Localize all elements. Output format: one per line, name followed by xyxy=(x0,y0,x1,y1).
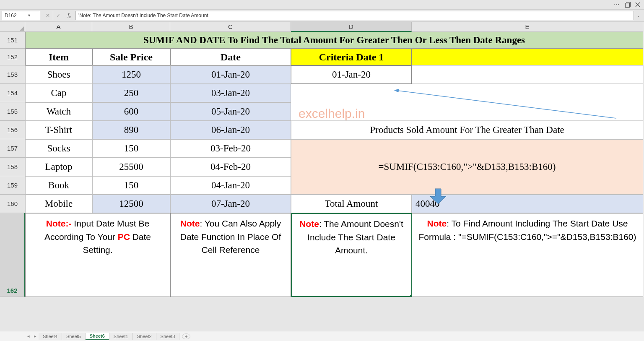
column-header-E[interactable]: E xyxy=(412,22,643,32)
name-box[interactable]: D162 ▼ xyxy=(2,11,40,20)
column-header-C[interactable]: C xyxy=(170,22,291,32)
empty-cell[interactable] xyxy=(291,102,643,121)
cell-item[interactable]: Shoes xyxy=(25,65,92,84)
cell-date[interactable]: 06-Jan-20 xyxy=(170,121,291,139)
sheet-tab[interactable]: Sheet4 xyxy=(39,333,62,340)
row-header[interactable]: 158 xyxy=(0,158,25,176)
formula-bar: D162 ▼ ✕ ✓ fx 'Note: The Amount Doesn't … xyxy=(0,9,644,22)
column-header-D[interactable]: D xyxy=(291,22,412,32)
restore-icon[interactable] xyxy=(625,2,631,8)
row-header[interactable]: 162 xyxy=(0,213,25,297)
note-prefix: Note xyxy=(299,219,319,229)
sheet-nav-next-icon[interactable]: ▸ xyxy=(32,333,39,339)
cell-item[interactable]: Book xyxy=(25,176,92,195)
expand-formula-icon[interactable]: ⌄ xyxy=(636,13,641,18)
empty-area xyxy=(25,297,643,314)
cell-date[interactable]: 05-Jan-20 xyxy=(170,102,291,121)
header-criteria-date[interactable]: Criteria Date 1 xyxy=(291,49,412,65)
formula-cell[interactable]: =SUMIF(C153:C160,">"&D153,B153:B160) xyxy=(291,158,643,176)
cell-date[interactable]: 04-Jan-20 xyxy=(170,176,291,195)
cell-item[interactable]: Socks xyxy=(25,139,92,158)
note-body: : To Find Amount Including The Start Dat… xyxy=(418,219,636,242)
grid-body: 151 SUMIF AND DATE To Find The Total Amo… xyxy=(0,32,644,314)
row-header[interactable]: 154 xyxy=(0,84,25,102)
accept-formula-icon[interactable]: ✓ xyxy=(53,11,63,20)
close-icon[interactable] xyxy=(635,2,641,8)
cell-price[interactable]: 25500 xyxy=(92,158,170,176)
row-header[interactable]: 152 xyxy=(0,49,25,65)
header-sale-price[interactable]: Sale Price xyxy=(92,49,170,65)
empty-cell[interactable] xyxy=(412,65,643,84)
title-cell[interactable]: SUMIF AND DATE To Find The Total Amount … xyxy=(25,32,643,49)
row-header[interactable]: 155 xyxy=(0,102,25,121)
sheet-tab-active[interactable]: Sheet6 xyxy=(86,333,109,340)
header-item[interactable]: Item xyxy=(25,49,92,65)
total-amount-value[interactable]: 40040 xyxy=(412,195,643,213)
sheet-tab[interactable]: Sheet3 xyxy=(156,333,180,340)
cell-price[interactable]: 150 xyxy=(92,139,170,158)
watermark-area[interactable] xyxy=(291,84,643,102)
products-sold-label[interactable]: Products Sold Amount For The Greater Tha… xyxy=(291,121,643,139)
row-header[interactable]: 151 xyxy=(0,32,25,49)
formula-controls: ✕ ✓ xyxy=(43,11,63,20)
row-header[interactable]: 160 xyxy=(0,195,25,213)
note-prefix: Note xyxy=(427,219,447,228)
sheet-tab-strip: ◂ ▸ Sheet4 Sheet5 Sheet6 Sheet1 Sheet2 S… xyxy=(0,331,644,341)
note-d-selected-cell[interactable]: Note: The Amount Doesn't Include The Sta… xyxy=(291,213,412,297)
note-pc: PC xyxy=(118,232,130,242)
column-header-row: A B C D E xyxy=(0,22,644,32)
formula-input[interactable]: 'Note: The Amount Doesn't Include The St… xyxy=(75,11,634,20)
row-header[interactable]: 159 xyxy=(0,176,25,195)
select-all-button[interactable] xyxy=(0,22,25,32)
add-sheet-icon[interactable]: + xyxy=(182,333,190,339)
row-header[interactable]: 157 xyxy=(0,139,25,158)
sheet-tab[interactable]: Sheet1 xyxy=(109,333,133,340)
note-c[interactable]: Note: You Can Also Apply Date Function I… xyxy=(170,213,291,297)
svg-rect-1 xyxy=(625,3,629,7)
column-header-B[interactable]: B xyxy=(92,22,170,32)
formula-input-text: 'Note: The Amount Doesn't Include The St… xyxy=(78,13,210,18)
cell-price[interactable]: 150 xyxy=(92,176,170,195)
cell-date[interactable]: 03-Jan-20 xyxy=(170,84,291,102)
cell-item[interactable]: T-Shirt xyxy=(25,121,92,139)
cell-date[interactable]: 03-Feb-20 xyxy=(170,139,291,158)
header-empty[interactable] xyxy=(412,49,643,65)
cell-item[interactable]: Mobile xyxy=(25,195,92,213)
cell-date[interactable]: 07-Jan-20 xyxy=(170,195,291,213)
total-amount-label[interactable]: Total Amount xyxy=(291,195,412,213)
formula-area-top[interactable] xyxy=(291,139,643,158)
cell-price[interactable]: 600 xyxy=(92,102,170,121)
row-header-empty xyxy=(0,297,25,314)
cell-item[interactable]: Watch xyxy=(25,102,92,121)
fx-icon[interactable]: fx xyxy=(65,12,74,19)
window-titlebar: ⋯ xyxy=(0,0,644,9)
note-ab[interactable]: Note:- Input Date Must Be According To Y… xyxy=(25,213,170,297)
formula-area-bottom[interactable] xyxy=(291,176,643,195)
note-e[interactable]: Note: To Find Amount Including The Start… xyxy=(412,213,643,297)
sheet-tab[interactable]: Sheet2 xyxy=(133,333,156,340)
note-prefix: Note:- xyxy=(46,219,74,228)
column-header-A[interactable]: A xyxy=(25,22,92,32)
cell-price[interactable]: 890 xyxy=(92,121,170,139)
note-prefix: Note xyxy=(180,219,200,228)
sheet-tab[interactable]: Sheet5 xyxy=(62,333,86,340)
name-box-value: D162 xyxy=(5,13,21,18)
cell-item[interactable]: Laptop xyxy=(25,158,92,176)
cell-criteria-date-value[interactable]: 01-Jan-20 xyxy=(291,65,412,84)
cancel-formula-icon[interactable]: ✕ xyxy=(43,11,53,20)
more-icon[interactable]: ⋯ xyxy=(614,1,621,8)
cell-date[interactable]: 01-Jan-20 xyxy=(170,65,291,84)
sheet-nav-prev-icon[interactable]: ◂ xyxy=(25,333,32,339)
row-header[interactable]: 156 xyxy=(0,121,25,139)
cell-price[interactable]: 250 xyxy=(92,84,170,102)
header-date[interactable]: Date xyxy=(170,49,291,65)
cell-price[interactable]: 12500 xyxy=(92,195,170,213)
note-body: : The Amount Doesn't Include The Start D… xyxy=(307,219,403,255)
row-header[interactable]: 153 xyxy=(0,65,25,84)
cell-item[interactable]: Cap xyxy=(25,84,92,102)
spreadsheet-grid[interactable]: A B C D E 151 SUMIF AND DATE To Find The… xyxy=(0,22,644,331)
cell-date[interactable]: 04-Feb-20 xyxy=(170,158,291,176)
cell-price[interactable]: 1250 xyxy=(92,65,170,84)
chevron-down-icon[interactable]: ▼ xyxy=(21,13,37,18)
